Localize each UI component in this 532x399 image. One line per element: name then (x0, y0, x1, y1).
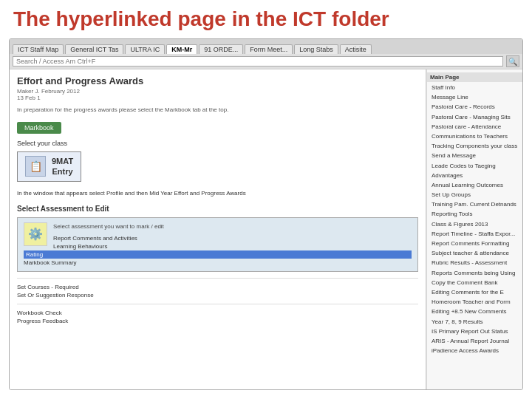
sidebar-item-ipadience[interactable]: iPadience Access Awards (427, 346, 522, 355)
tab-91-orde[interactable]: 91 ORDE... (199, 44, 243, 54)
sidebar-item-send-message[interactable]: Send a Message (427, 151, 522, 160)
page-meta-author: Maker J. February 2012 13 Feb 1 (17, 88, 418, 101)
sidebar-item-setup-groups[interactable]: Set Up Groups (427, 190, 522, 200)
assessment-icon: 📋 (25, 156, 46, 177)
browser-toolbar: 🔍 (10, 54, 522, 69)
sidebar-item-class-figures[interactable]: Class & Figures 2013 (427, 219, 522, 229)
sidebar-item-editing-new[interactable]: Editing +8.5 New Comments (427, 307, 522, 316)
bottom-item-3: Workbook Check (17, 309, 418, 317)
assessment-list: Report Comments and Activities Learning … (24, 234, 412, 267)
bottom-items: Set Courses - Required Set Or Suggestion… (17, 283, 418, 299)
list-item-rating[interactable]: Rating (24, 250, 412, 259)
assessment-select-icon: ⚙️ (24, 222, 47, 246)
sidebar-item-subject-teacher[interactable]: Subject teacher & attendance (427, 248, 522, 258)
browser-tabs: ICT Staff Map General ICT Tas ULTRA IC K… (10, 39, 522, 54)
sidebar-item-year-results[interactable]: Year 7, 8, 9 Results (427, 317, 522, 327)
sidebar-item-reports-comments[interactable]: Reports Comments being Using (427, 268, 522, 278)
bottom-items-2: Workbook Check Progress Feedback (17, 309, 418, 325)
assessment-select-text: Select assessment you want to mark / edi… (24, 222, 412, 231)
tab-form-meet[interactable]: Form Meet... (245, 44, 293, 54)
sidebar-item-pastoral-attendance[interactable]: Pastoral care - Attendance (427, 122, 522, 132)
sidebar-item-rubric-results[interactable]: Rubric Results - Assessment (427, 258, 522, 267)
sidebar-item-homeroom-teacher[interactable]: Homeroom Teacher and Form (427, 297, 522, 307)
sidebar-item-tracking[interactable]: Tracking Components your class (427, 141, 522, 151)
sidebar-item-training-pam[interactable]: Training Pam. Current Detnands (427, 200, 522, 209)
page-description: In preparation for the progress awards p… (17, 106, 418, 114)
tab-general-ict[interactable]: General ICT Tas (65, 44, 123, 54)
tab-ultra[interactable]: ULTRA IC (125, 44, 165, 54)
sidebar-item-staff-info[interactable]: Staff Info (427, 83, 522, 92)
sidebar-item-leade-codes[interactable]: Leade Codes to Taeging (427, 161, 522, 171)
tab-actisite[interactable]: Actisite (340, 44, 372, 54)
select-assessment-header: Select Assessment to Edit (17, 205, 418, 213)
bottom-item-1: Set Courses - Required (17, 283, 418, 291)
sidebar-item-pastoral-records[interactable]: Pastoral Care - Records (427, 102, 522, 112)
sidebar-item-copy-comment[interactable]: Copy the Comment Bank (427, 278, 522, 287)
sidebar-item-comms-teachers[interactable]: Communications to Teachers (427, 132, 522, 141)
section-divider (17, 278, 418, 279)
sidebar-item-editing-comments[interactable]: Editing Comments for the E (427, 287, 522, 297)
list-item-learning-behaviours[interactable]: Learning Behaviours (24, 242, 412, 250)
sidebar-item-report-comments-fmt[interactable]: Report Comments Formatting (427, 239, 522, 248)
tab-km-mr[interactable]: KM-Mr (166, 44, 197, 54)
sidebar-item-annual-learning[interactable]: Annual Learning Outcomes (427, 180, 522, 190)
page-title: Effort and Progress Awards (17, 75, 418, 86)
browser-search-button[interactable]: 🔍 (506, 55, 519, 67)
page-main: Effort and Progress Awards Maker J. Febr… (10, 69, 426, 389)
browser-search-input[interactable] (13, 56, 503, 66)
markbook-button[interactable]: Markbook (17, 122, 61, 134)
list-item-report-comments[interactable]: Report Comments and Activities (24, 234, 412, 242)
assessment-label: 9MAT Entry (52, 156, 73, 177)
tab-long-stabs[interactable]: Long Stabs (294, 44, 338, 54)
list-item-markbook-summary[interactable]: Markbook Summary (24, 259, 412, 267)
select-class-label: Select your class (17, 140, 418, 147)
sidebar-item-aris[interactable]: ARIS - Annual Report Journal (427, 336, 522, 346)
page-sidebar: Main Page Staff Info Message Line Pastor… (426, 69, 522, 389)
sidebar-item-report-timeline[interactable]: Report Timeline - Staffa Expor... (427, 229, 522, 239)
sidebar-item-advantages[interactable]: Advantages (427, 171, 522, 180)
section-divider-2 (17, 304, 418, 304)
sidebar-item-is-primary[interactable]: IS Primary Report Out Status (427, 327, 522, 336)
assessment-entry-box[interactable]: 📋 9MAT Entry (17, 151, 81, 182)
bottom-item-2: Set Or Suggestion Response (17, 291, 418, 299)
sidebar-item-reporting-tools[interactable]: Reporting Tools (427, 209, 522, 219)
tab-ict-staff-map[interactable]: ICT Staff Map (13, 44, 64, 54)
sidebar-item-message-line[interactable]: Message Line (427, 92, 522, 102)
sidebar-item-pastoral-managing[interactable]: Pastoral Care - Managing Sits (427, 112, 522, 122)
browser-window: ICT Staff Map General ICT Tas ULTRA IC K… (9, 38, 523, 390)
slide-title: The hyperlinked page in the ICT folder (0, 0, 532, 35)
assessment-select-box: ⚙️ Select assessment you want to mark / … (17, 217, 418, 272)
browser-content: Effort and Progress Awards Maker J. Febr… (10, 69, 522, 389)
bottom-item-4: Progress Feedback (17, 317, 418, 325)
instruction-text: In the window that appears select Profil… (17, 189, 418, 197)
sidebar-section-title: Main Page (427, 72, 522, 82)
